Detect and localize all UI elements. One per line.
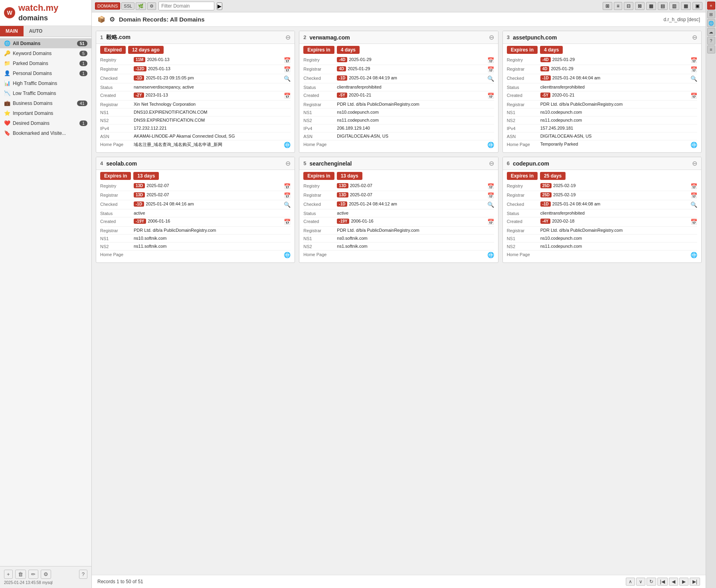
card-collapse-2[interactable]: ⊖ [489, 34, 494, 41]
view-btn-4[interactable]: ⊠ [635, 2, 645, 10]
view-btn-2[interactable]: ≡ [614, 2, 622, 10]
sidebar-item-important-domains[interactable]: ⭐ Important Domains [0, 108, 91, 118]
label-checked-2: Checked [303, 75, 335, 81]
sidebar-item-parked-domains[interactable]: 📁 Parked Domains 1 [0, 58, 91, 68]
cal-registry-4[interactable]: 📅 [284, 183, 291, 189]
nav-up-btn[interactable]: ∧ [626, 578, 635, 586]
topbar-domains-btn[interactable]: DOMAINS [95, 2, 120, 10]
edit-button[interactable]: ✏ [28, 570, 38, 579]
row-status-3: Status clienttransferprohibited [507, 83, 697, 91]
view-btn-6[interactable]: ▤ [658, 2, 668, 10]
open-homepage-1[interactable]: 🌐 [284, 142, 291, 148]
filter-input[interactable] [158, 2, 214, 10]
label-registry-5: Registry [303, 183, 335, 188]
topbar-gear-btn[interactable]: ⚙ [147, 2, 156, 10]
cal-created-4[interactable]: 📅 [284, 219, 291, 225]
open-homepage-2[interactable]: 🌐 [487, 142, 494, 148]
sidebar-item-personal-domains[interactable]: 👤 Personal Domains 1 [0, 68, 91, 78]
row-ns1-6: NS1 ns10.codepunch.com [507, 235, 697, 243]
cal-created-5[interactable]: 📅 [487, 219, 494, 225]
nav-first-btn[interactable]: |◀ [657, 578, 668, 586]
tab-main[interactable]: MAIN [0, 26, 24, 36]
label-registry-2: Registry [303, 57, 335, 62]
delete-button[interactable]: 🗑 [15, 570, 26, 579]
settings-button[interactable]: ⚙ [41, 570, 51, 579]
cal-registrar-3[interactable]: 📅 [690, 66, 697, 73]
view-btn-3[interactable]: ⊟ [624, 2, 633, 10]
cal-created-6[interactable]: 📅 [690, 219, 697, 225]
sidebar-item-high-traffic[interactable]: 📊 High Traffic Domains [0, 78, 91, 88]
row-ns1-4: NS1 ns10.softnik.com [100, 235, 291, 243]
nav-last-btn[interactable]: ▶| [690, 578, 700, 586]
label-created-4: Created [100, 219, 132, 224]
sidebar-item-desired-domains[interactable]: ❤️ Desired Domains 1 [0, 118, 91, 128]
cal-registry-6[interactable]: 📅 [690, 183, 697, 189]
open-homepage-4[interactable]: 🌐 [284, 252, 291, 258]
cal-registrar-5[interactable]: 📅 [487, 192, 494, 199]
search-checked-3[interactable]: 🔍 [690, 75, 697, 82]
search-checked-5[interactable]: 🔍 [487, 201, 494, 208]
right-panel-btn-3[interactable]: 🌐 [707, 19, 715, 27]
view-btn-8[interactable]: ▦ [681, 2, 691, 10]
cal-registry-3[interactable]: 📅 [690, 57, 697, 63]
card-collapse-6[interactable]: ⊖ [692, 160, 697, 167]
card-collapse-1[interactable]: ⊖ [285, 34, 291, 41]
sidebar-item-bookmarked[interactable]: 🔖 Bookmarked and Visite... [0, 128, 91, 138]
add-button[interactable]: + [4, 570, 13, 579]
footer-nav: ∧ ∨ ↻ |◀ ◀ ▶ ▶| [626, 578, 700, 586]
search-checked-2[interactable]: 🔍 [487, 75, 494, 82]
row-asn-3: ASN DIGITALOCEAN-ASN, US [507, 132, 697, 140]
sidebar-item-business-domains[interactable]: 💼 Business Domains 41 [0, 98, 91, 108]
view-btn-9[interactable]: ▣ [692, 2, 702, 10]
card-collapse-4[interactable]: ⊖ [285, 160, 291, 167]
cal-created-2[interactable]: 📅 [487, 93, 494, 99]
help-button[interactable]: ? [79, 570, 87, 579]
topbar-leaf-btn[interactable]: 🌿 [136, 2, 146, 10]
sidebar-item-all-domains[interactable]: 🌐 All Domains 51 [0, 38, 91, 48]
sidebar-item-keyword-domains[interactable]: 🔑 Keyword Domains 5 [0, 48, 91, 58]
open-homepage-5[interactable]: 🌐 [487, 252, 494, 258]
nav-down-btn[interactable]: ∨ [636, 578, 645, 586]
val-ns1-3: ns10.codepunch.com [540, 110, 697, 114]
cal-registry-2[interactable]: 📅 [487, 57, 494, 63]
cal-registrar-4[interactable]: 📅 [284, 192, 291, 199]
label-status-5: Status [303, 211, 335, 216]
cal-registrar-1[interactable]: 📅 [284, 66, 291, 73]
card-collapse-5[interactable]: ⊖ [489, 160, 494, 167]
right-panel-btn-1[interactable]: + [707, 2, 715, 10]
label-ns1-3: NS1 [507, 110, 539, 115]
view-btn-1[interactable]: ⊞ [603, 2, 612, 10]
right-panel-btn-4[interactable]: ☁ [707, 28, 715, 36]
label-registrar-name-3: Registrar [507, 102, 539, 107]
row-registrar-6: Registrar 25D2025-02-19 📅 [507, 191, 697, 200]
cal-created-3[interactable]: 📅 [690, 93, 697, 99]
topbar-ssl-btn[interactable]: SSL [121, 2, 134, 10]
cal-registrar-6[interactable]: 📅 [690, 192, 697, 199]
cal-registrar-2[interactable]: 📅 [487, 66, 494, 73]
badge-checked-2: -1D [337, 75, 347, 81]
nav-refresh-btn[interactable]: ↻ [647, 578, 656, 586]
cal-created-1[interactable]: 📅 [284, 93, 291, 99]
cal-registry-5[interactable]: 📅 [487, 183, 494, 189]
open-homepage-6[interactable]: 🌐 [690, 252, 697, 258]
card-collapse-3[interactable]: ⊖ [692, 34, 697, 41]
sidebar-item-low-traffic[interactable]: 📉 Low Traffic Domains [0, 88, 91, 98]
search-checked-4[interactable]: 🔍 [284, 201, 291, 208]
cal-registry-1[interactable]: 📅 [284, 57, 291, 63]
footer-bar: Records 1 to 50 of 51 ∧ ∨ ↻ |◀ ◀ ▶ ▶| [92, 575, 706, 588]
label-homepage-3: Home Page [507, 142, 539, 147]
right-panel-btn-2[interactable]: ⊞ [707, 10, 715, 18]
search-checked-1[interactable]: 🔍 [284, 75, 291, 82]
sidebar-icon-desired-domains: ❤️ [4, 120, 10, 126]
view-btn-5[interactable]: ▦ [646, 2, 656, 10]
label-ipv4-1: IPv4 [100, 126, 132, 131]
open-homepage-3[interactable]: 🌐 [690, 142, 697, 148]
right-panel-btn-5[interactable]: ? [707, 37, 715, 45]
filter-go-btn[interactable]: ▶ [217, 2, 222, 10]
nav-next-btn[interactable]: ▶ [679, 578, 688, 586]
right-panel-btn-6[interactable]: ≡ [707, 45, 715, 53]
nav-prev-btn[interactable]: ◀ [669, 578, 678, 586]
search-checked-6[interactable]: 🔍 [690, 201, 697, 208]
tab-auto[interactable]: AUTO [24, 26, 48, 36]
view-btn-7[interactable]: ▥ [669, 2, 679, 10]
